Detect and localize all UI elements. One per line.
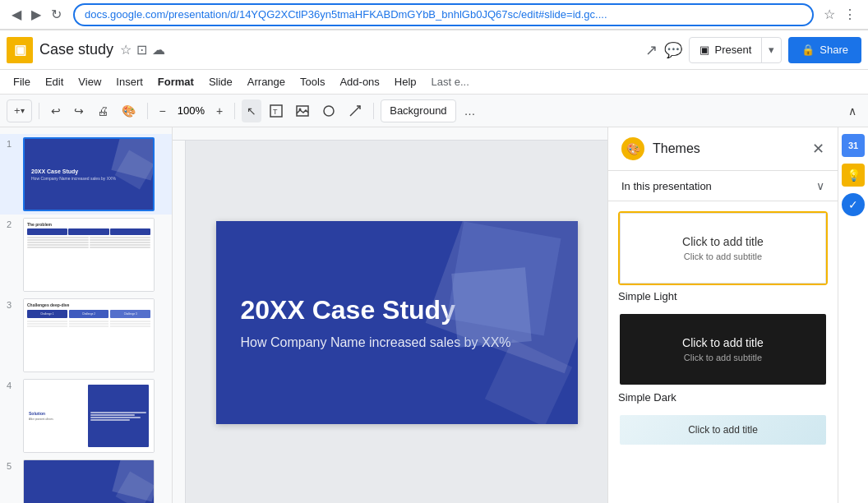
canvas-area: 20XX Case Study How Company Name increas… (173, 127, 607, 503)
theme-preview-simple-dark[interactable]: Click to add title Click to add subtitle (618, 312, 828, 386)
menu-file[interactable]: File (7, 73, 37, 90)
slide-item-1[interactable]: 1 20XX Case Study How Company Name incre… (0, 134, 172, 215)
refresh-button[interactable]: ↻ (46, 3, 67, 25)
menu-format[interactable]: Format (151, 73, 201, 90)
print-button[interactable]: 🖨 (92, 99, 113, 122)
cloud-button[interactable]: ☁ (152, 42, 165, 58)
ruler-top (173, 127, 607, 141)
menu-view[interactable]: View (72, 73, 108, 90)
paint-format-button[interactable]: 🎨 (117, 99, 141, 122)
comments-button[interactable]: 💬 (664, 41, 682, 59)
share-button[interactable]: 🔒 Share (788, 37, 861, 63)
shapes-icon (322, 104, 335, 118)
add-button[interactable]: + ▾ (7, 99, 32, 122)
app-icon: ▣ (7, 37, 33, 63)
text-box-icon: T (270, 104, 283, 118)
theme-item-simple-light: Click to add title Click to add subtitle… (618, 211, 828, 302)
slide-item-2[interactable]: 2 The problem (0, 215, 172, 295)
calendar-button[interactable]: 31 (842, 134, 865, 157)
present-dropdown-arrow[interactable]: ▾ (761, 38, 781, 62)
monitor-icon: ▣ (699, 44, 709, 56)
forward-button[interactable]: ▶ (26, 3, 46, 25)
menu-bar: File Edit View Insert Format Slide Arran… (0, 70, 868, 95)
themes-title: Themes (653, 141, 812, 156)
bookmark-button[interactable]: ☆ (820, 3, 838, 25)
themes-close-button[interactable]: ✕ (812, 140, 824, 158)
zoom-out-button[interactable]: − (155, 99, 171, 122)
menu-insert[interactable]: Insert (109, 73, 150, 90)
themes-dropdown-label: In this presentation (621, 180, 816, 192)
url-text: docs.google.com/presentation/d/14YQG2XCt… (85, 8, 607, 21)
slide-thumbnail-2: The problem (23, 218, 155, 292)
slide-item-4[interactable]: 4 Solution Altior praesent ultrices (0, 376, 172, 456)
theme-light-title: Click to add title (682, 235, 764, 248)
menu-tools[interactable]: Tools (293, 73, 331, 90)
url-bar[interactable]: docs.google.com/presentation/d/14YQG2XCt… (73, 3, 814, 26)
undo-button[interactable]: ↩ (46, 99, 66, 122)
image-button[interactable] (291, 99, 314, 122)
zoom-in-button[interactable]: + (211, 99, 228, 122)
more-options-button[interactable]: … (459, 99, 481, 122)
present-button[interactable]: ▣ Present ▾ (689, 37, 782, 63)
toolbar-divider-4 (373, 103, 374, 119)
star-button[interactable]: ☆ (120, 42, 132, 58)
present-label: ▣ Present (690, 44, 761, 56)
slide-canvas[interactable]: 20XX Case Study How Company Name increas… (216, 221, 578, 424)
menu-last-edit[interactable]: Last e... (425, 73, 476, 90)
menu-addons[interactable]: Add-ons (333, 73, 386, 90)
cursor-icon: ↖ (247, 104, 256, 118)
folder-button[interactable]: ⊡ (136, 42, 147, 58)
slide-item-3[interactable]: 3 Challenges deep-dive Challenge 1 Chall… (0, 295, 172, 376)
themes-header: 🎨 Themes ✕ (608, 127, 838, 171)
check-button[interactable]: ✓ (842, 193, 865, 216)
line-button[interactable] (344, 99, 367, 122)
theme-light-subtitle: Click to add subtitle (684, 252, 762, 261)
main-slide: 20XX Case Study How Company Name increas… (216, 221, 578, 424)
text-box-button[interactable]: T (265, 99, 288, 122)
slide-thumbnail-3: Challenges deep-dive Challenge 1 Challen… (23, 298, 155, 372)
shapes-button[interactable] (317, 99, 340, 122)
line-icon (349, 104, 362, 118)
slide-number-2: 2 (7, 218, 18, 229)
slide-thumbnail-5: Implementation (23, 459, 155, 503)
lightbulb-icon: 💡 (847, 168, 861, 182)
toolbar: + ▾ ↩ ↪ 🖨 🎨 − 100% + ↖ T Backgroun (0, 95, 868, 127)
theme-preview-dark-bg: Click to add title Click to add subtitle (620, 314, 826, 385)
slide-decoration (415, 221, 578, 424)
svg-line-5 (350, 106, 360, 116)
menu-help[interactable]: Help (388, 73, 423, 90)
image-icon (296, 104, 309, 118)
back-button[interactable]: ◀ (7, 3, 26, 25)
select-tool-button[interactable]: ↖ (242, 99, 261, 122)
svg-point-4 (324, 106, 334, 116)
toolbar-divider-2 (147, 103, 148, 119)
analytics-button[interactable]: ↗ (645, 41, 658, 59)
theme-preview-light-bg: Click to add title Click to add subtitle (620, 213, 826, 284)
slide-thumbnail-4: Solution Altior praesent ultrices (23, 379, 155, 453)
collapse-toolbar-button[interactable]: ∧ (843, 99, 861, 122)
browser-menu-button[interactable]: ⋮ (838, 3, 861, 25)
menu-arrange[interactable]: Arrange (241, 73, 292, 90)
add-dropdown-arrow: ▾ (21, 106, 25, 115)
slide-item-5[interactable]: 5 Implementation (0, 456, 172, 503)
slide-number-4: 4 (7, 379, 18, 390)
theme-preview-simple-light[interactable]: Click to add title Click to add subtitle (618, 211, 828, 285)
themes-dropdown[interactable]: In this presentation ∨ (608, 171, 838, 201)
document-title: Case study (39, 41, 113, 58)
slide-thumbnail-1: 20XX Case Study How Company Name increas… (23, 137, 155, 211)
themes-icon: 🎨 (621, 137, 644, 160)
menu-slide[interactable]: Slide (202, 73, 239, 90)
toolbar-divider-1 (39, 103, 39, 119)
theme-preview-3[interactable]: Click to add title (618, 413, 828, 446)
deco-shape-3 (451, 267, 532, 348)
themes-content: Click to add title Click to add subtitle… (608, 201, 838, 503)
menu-edit[interactable]: Edit (39, 73, 70, 90)
theme-item-3: Click to add title (618, 413, 828, 446)
lightbulb-button[interactable]: 💡 (842, 164, 865, 187)
background-button[interactable]: Background (381, 99, 455, 122)
plus-icon: + (14, 104, 21, 117)
ruler-left (173, 141, 186, 503)
check-icon: ✓ (848, 198, 858, 211)
svg-text:T: T (273, 108, 278, 116)
redo-button[interactable]: ↪ (69, 99, 89, 122)
